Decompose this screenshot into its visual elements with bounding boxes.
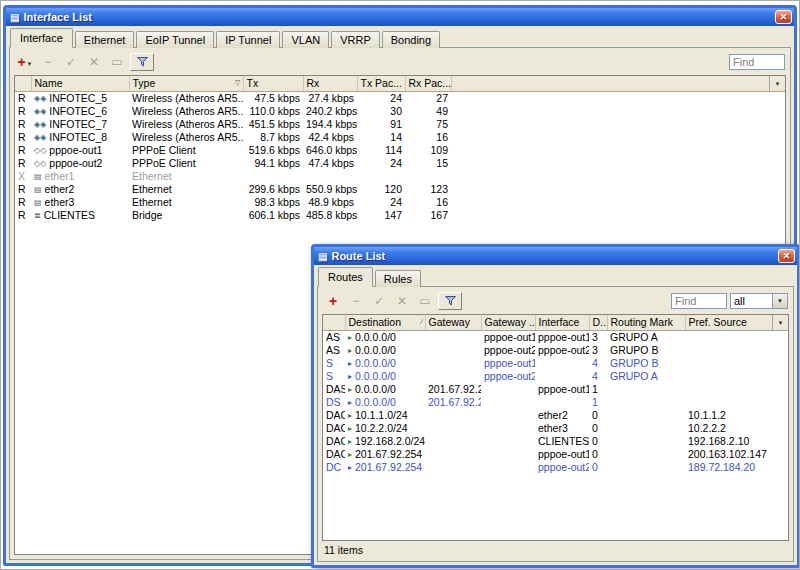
filler-cell (451, 91, 785, 104)
route-row[interactable]: DAC▸10.2.2.0/24ether3010.2.2.2 (323, 421, 788, 434)
destination-cell: ▸0.0.0.0/0 (345, 330, 425, 343)
add-button[interactable]: + (323, 292, 343, 310)
interface-row[interactable]: R≣CLIENTESBridge606.1 kbps485.8 kbps1471… (15, 208, 785, 221)
close-icon: ✕ (780, 13, 788, 22)
route-row[interactable]: S▸0.0.0.0/0pppoe-out24GRUPO A (323, 369, 788, 382)
close-button[interactable]: ✕ (778, 249, 795, 263)
filter-button[interactable] (438, 292, 462, 310)
column-header-type[interactable]: Type▽ (129, 76, 243, 91)
close-button[interactable]: ✕ (775, 10, 792, 24)
name-cell: ◈◈INFOTEC_5 (31, 91, 129, 104)
check-icon: ✓ (374, 294, 384, 308)
filter-button[interactable] (130, 53, 154, 71)
column-header-rx[interactable]: Rx (303, 76, 357, 91)
column-header-destination[interactable]: Destination∕ (345, 315, 425, 330)
flag-cell: R (15, 156, 31, 169)
interface-list-titlebar[interactable]: ▤ Interface List ✕ (6, 8, 794, 26)
remove-button[interactable]: − (346, 292, 366, 310)
route-row[interactable]: DAS▸0.0.0.0/0201.67.92.254pppoe-out11 (323, 382, 788, 395)
tab-rules[interactable]: Rules (375, 270, 421, 287)
column-header-gateway[interactable]: Gateway ... (481, 315, 535, 330)
remove-button[interactable]: − (38, 53, 58, 71)
interface-row[interactable]: X▤ether1Ethernet (15, 169, 785, 182)
tx-cell: 8.7 kbps (243, 130, 303, 143)
flag-cell: DAC (323, 421, 345, 434)
tx-cell: 451.5 kbps (243, 117, 303, 130)
tab-vrrp[interactable]: VRRP (331, 31, 380, 48)
find-input[interactable] (729, 54, 785, 70)
disable-button[interactable]: ✕ (84, 53, 104, 71)
route-row[interactable]: S▸0.0.0.0/0pppoe-out14GRUPO B (323, 356, 788, 369)
column-header-tx[interactable]: Tx (243, 76, 303, 91)
gateway-cell (425, 408, 481, 421)
gateway-state-cell (481, 421, 535, 434)
routing-mark-cell (607, 395, 685, 408)
chevron-down-icon: ▼ (778, 320, 784, 326)
rx-cell: 646.0 kbps (303, 143, 357, 156)
column-header-routing-mark[interactable]: Routing Mark (607, 315, 685, 330)
interface-row[interactable]: R◇◇pppoe-out2PPPoE Client94.1 kbps47.4 k… (15, 156, 785, 169)
enable-button[interactable]: ✓ (369, 292, 389, 310)
route-icon: ▸ (348, 346, 352, 355)
tx-packets-cell: 24 (357, 195, 405, 208)
distance-cell: 3 (589, 343, 607, 356)
tab-interface[interactable]: Interface (10, 28, 73, 48)
type-cell: Ethernet (129, 195, 243, 208)
tab-ethernet[interactable]: Ethernet (75, 31, 135, 48)
column-header-gateway[interactable]: Gateway (425, 315, 481, 330)
type-cell: PPPoE Client (129, 156, 243, 169)
gateway-state-cell (481, 434, 535, 447)
wireless-icon: ◈◈ (34, 133, 46, 142)
column-selector-button[interactable]: ▼ (769, 76, 785, 92)
flag-cell: AS (323, 343, 345, 356)
column-header-d[interactable]: D... (589, 315, 607, 330)
interface-cell: pppoe-out1 (535, 330, 589, 343)
find-input[interactable] (671, 293, 727, 309)
comment-button[interactable]: ▭ (107, 53, 127, 71)
route-row[interactable]: DAC▸201.67.92.254pppoe-out10200.163.102.… (323, 447, 788, 460)
name-cell: ▤ether2 (31, 182, 129, 195)
tab-routes[interactable]: Routes (318, 267, 373, 287)
interface-row[interactable]: R◈◈INFOTEC_8Wireless (Atheros AR5...8.7 … (15, 130, 785, 143)
add-icon: + (17, 54, 25, 70)
interface-row[interactable]: R▤ether3Ethernet98.3 kbps48.9 kbps2416 (15, 195, 785, 208)
rx-cell: 240.2 kbps (303, 104, 357, 117)
route-row[interactable]: AS▸0.0.0.0/0pppoe-out1pppoe-out13GRUPO A (323, 330, 788, 343)
tab-vlan[interactable]: VLAN (282, 31, 329, 48)
interface-name: CLIENTES (44, 209, 95, 221)
interface-row[interactable]: R▤ether2Ethernet299.6 kbps550.9 kbps1201… (15, 182, 785, 195)
type-cell: PPPoE Client (129, 143, 243, 156)
distance-cell: 0 (589, 408, 607, 421)
route-list-titlebar[interactable]: ▤ Route List ✕ (314, 247, 797, 265)
add-button[interactable]: + ▼ (15, 53, 35, 71)
gateway-cell (425, 369, 481, 382)
column-header-interface[interactable]: Interface (535, 315, 589, 330)
tab-eoip-tunnel[interactable]: EoIP Tunnel (136, 31, 214, 48)
column-header-tx-pac[interactable]: Tx Pac... (357, 76, 405, 91)
interface-row[interactable]: R◈◈INFOTEC_7Wireless (Atheros AR5...451.… (15, 117, 785, 130)
tx-cell: 110.0 kbps (243, 104, 303, 117)
column-header-pref-source[interactable]: Pref. Source (685, 315, 777, 330)
column-header-rx-pac[interactable]: Rx Pac... (405, 76, 451, 91)
filler-cell (777, 330, 788, 343)
route-filter-dropdown[interactable]: all ▼ (730, 293, 788, 309)
pref-source-cell: 10.1.1.2 (685, 408, 777, 421)
interface-row[interactable]: R◈◈INFOTEC_5Wireless (Atheros AR5...47.5… (15, 91, 785, 104)
comment-button[interactable]: ▭ (415, 292, 435, 310)
route-row[interactable]: AS▸0.0.0.0/0pppoe-out2pppoe-out23GRUPO B (323, 343, 788, 356)
column-header-name[interactable]: Name (31, 76, 129, 91)
interface-row[interactable]: R◇◇pppoe-out1PPPoE Client519.6 kbps646.0… (15, 143, 785, 156)
enable-button[interactable]: ✓ (61, 53, 81, 71)
route-row[interactable]: DAC▸192.168.2.0/24CLIENTES0192.168.2.10 (323, 434, 788, 447)
route-row[interactable]: DC▸201.67.92.254pppoe-out20189.72.184.20 (323, 460, 788, 473)
tab-ip-tunnel[interactable]: IP Tunnel (216, 31, 280, 48)
combo-button[interactable]: ▼ (772, 294, 787, 308)
disable-button[interactable]: ✕ (392, 292, 412, 310)
column-selector-button[interactable]: ▼ (772, 315, 788, 331)
tx-cell (243, 169, 303, 182)
tab-bonding[interactable]: Bonding (382, 31, 440, 48)
route-row[interactable]: DAC▸10.1.1.0/24ether2010.1.1.2 (323, 408, 788, 421)
route-row[interactable]: DS▸0.0.0.0/0201.67.92.2541 (323, 395, 788, 408)
gateway-cell (425, 447, 481, 460)
interface-row[interactable]: R◈◈INFOTEC_6Wireless (Atheros AR5...110.… (15, 104, 785, 117)
